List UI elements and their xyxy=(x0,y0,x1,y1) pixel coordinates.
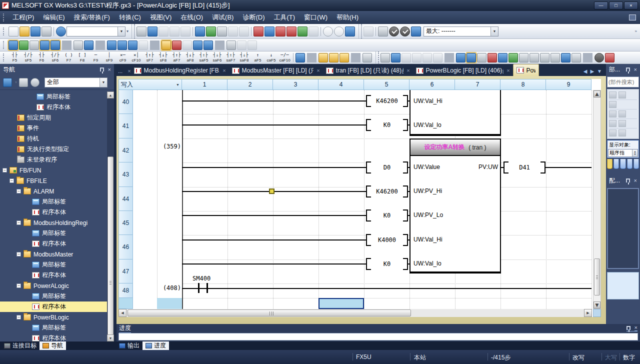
tree-item[interactable]: − PowerBLogic xyxy=(0,312,107,322)
close-icon[interactable]: × xyxy=(316,68,320,74)
operand-cell[interactable]: K46200 xyxy=(366,186,408,198)
ladder-key-button[interactable]: ┤⇓├ saF8 xyxy=(238,52,251,64)
chart-icon[interactable] xyxy=(618,130,626,136)
tree-item[interactable]: 局部标签 xyxy=(0,92,107,102)
align2-icon[interactable] xyxy=(550,53,560,62)
toolbar-overflow-icon[interactable]: » xyxy=(635,29,637,34)
editor-horizontal-scrollbar[interactable]: ◀ ▶ xyxy=(118,309,592,317)
dock-tab-connection[interactable]: 连接目标 xyxy=(1,342,40,350)
tree-item[interactable]: 待机 xyxy=(0,134,107,144)
save-icon[interactable] xyxy=(30,26,40,36)
io-check-icon[interactable] xyxy=(172,40,182,50)
stop-icon[interactable] xyxy=(378,26,388,36)
fb-pin-label[interactable]: UW:PV_Lo xyxy=(414,212,443,218)
tree-item[interactable]: 局部标签 xyxy=(0,260,107,270)
category-tab[interactable] xyxy=(607,159,612,169)
parts-search-input[interactable] xyxy=(607,76,639,88)
ladder-key-button[interactable]: ┤/├ sF5 xyxy=(22,52,35,64)
device-comment-icon[interactable] xyxy=(107,40,116,50)
minimize-button[interactable]: — xyxy=(594,2,608,10)
device-replace-icon[interactable] xyxy=(508,53,518,62)
undo-icon[interactable] xyxy=(170,26,180,36)
selected-cell[interactable] xyxy=(318,298,364,309)
tab-scroll-left-icon[interactable]: ◀ xyxy=(584,68,588,74)
mdi-child-icon[interactable] xyxy=(629,14,636,20)
menu-item[interactable]: 视图(V) xyxy=(146,11,176,24)
paste-special-icon[interactable] xyxy=(239,26,249,36)
remove-part-icon[interactable] xyxy=(618,110,626,118)
sep[interactable] xyxy=(351,53,360,62)
shift-right-icon[interactable] xyxy=(530,53,539,62)
menu-item[interactable]: 搜索/替换(F) xyxy=(70,11,114,24)
dock-tab-output[interactable]: 输出 xyxy=(116,342,142,350)
sep[interactable] xyxy=(192,27,193,36)
tree-collapse-icon[interactable] xyxy=(456,53,466,62)
new-folder-icon[interactable] xyxy=(618,120,626,127)
find-next-icon[interactable] xyxy=(618,92,626,98)
delete-icon[interactable] xyxy=(609,130,616,136)
tree-collapse-icon[interactable] xyxy=(19,78,28,87)
read-plc-icon[interactable] xyxy=(264,26,274,36)
tab-modbusmaster[interactable]: ModbusMaster [FB] [LD] (只... × xyxy=(229,65,323,76)
expander-icon[interactable]: − xyxy=(16,252,21,256)
dock-tab-navigation[interactable]: 导航 xyxy=(40,342,66,350)
row-number-cell[interactable]: 41 xyxy=(118,114,133,138)
compare-icon[interactable] xyxy=(340,53,349,62)
tree-expand-icon[interactable] xyxy=(466,53,476,62)
doc-find-icon[interactable] xyxy=(402,53,411,62)
tab-overflow-stub[interactable]: ... xyxy=(117,68,124,76)
close-icon[interactable]: × xyxy=(634,67,637,72)
ladder-key-button[interactable]: ┤⇓├ saF6 xyxy=(210,52,224,64)
align-icon[interactable] xyxy=(540,53,550,62)
monitor-start-icon[interactable] xyxy=(298,26,308,36)
delete-row-icon[interactable] xyxy=(433,53,442,62)
row-number-cell[interactable]: 43 xyxy=(118,162,133,187)
list-back-icon[interactable] xyxy=(572,53,581,62)
tree-item[interactable]: 恒定周期 xyxy=(0,112,107,123)
verify-icon[interactable] xyxy=(276,26,286,36)
tree-item[interactable]: − FBFILE xyxy=(0,176,107,186)
row-number-cell[interactable]: 45 xyxy=(118,211,133,235)
paste-link-icon[interactable] xyxy=(228,26,238,36)
ladder-key-button[interactable]: ┤/├ sF6 xyxy=(48,52,62,64)
operand-cell[interactable]: K4000 xyxy=(366,234,408,246)
shift-left-icon[interactable] xyxy=(519,53,528,62)
memo-icon[interactable] xyxy=(226,40,236,50)
cut-icon[interactable] xyxy=(136,26,146,36)
fb-block-header[interactable]: 设定功率A转换 ( tran ) xyxy=(410,138,501,156)
tree-item[interactable]: − ModbusHoldingRegi xyxy=(0,218,107,228)
pin-icon[interactable] xyxy=(626,178,630,182)
sep[interactable] xyxy=(583,53,592,62)
ladder-search-icon[interactable] xyxy=(477,53,486,62)
verify2-icon[interactable] xyxy=(286,26,296,36)
profile-icon[interactable] xyxy=(248,40,257,50)
device-tree-icon[interactable] xyxy=(128,40,138,50)
gear-icon[interactable] xyxy=(30,78,40,87)
sep[interactable] xyxy=(376,27,376,36)
close-icon[interactable]: × xyxy=(222,68,226,74)
tree-filter-combo[interactable]: 全部 ▼ xyxy=(44,78,108,88)
expander-icon[interactable]: − xyxy=(16,284,21,288)
scroll-up-icon[interactable]: ▲ xyxy=(107,92,114,98)
tree-item[interactable]: 未登录程序 xyxy=(0,154,107,165)
row-number-cell[interactable] xyxy=(118,298,133,309)
tree-item[interactable]: 事件 xyxy=(0,123,107,134)
sep[interactable] xyxy=(96,40,105,50)
print-icon[interactable] xyxy=(42,26,52,36)
help-icon[interactable] xyxy=(56,26,66,36)
ladder-key-button[interactable]: ×│ cF10 xyxy=(130,52,143,64)
new-file-icon[interactable] xyxy=(8,26,18,36)
favorite-icon[interactable] xyxy=(609,120,616,127)
parts-table-icon[interactable] xyxy=(609,101,616,108)
tree-item[interactable]: − ALARM xyxy=(0,186,107,196)
ladder-key-button[interactable]: ( ) F7 xyxy=(62,52,76,64)
menu-item[interactable]: 工具(T) xyxy=(269,11,300,24)
scroll-right-icon[interactable]: ▶ xyxy=(584,309,592,317)
maximize-button[interactable]: □ xyxy=(609,2,623,10)
tab-poweralogic-active[interactable]: Pow × xyxy=(513,64,539,76)
close-icon[interactable]: × xyxy=(506,68,510,74)
menu-item[interactable]: 诊断(D) xyxy=(238,11,269,24)
ladder-key-button[interactable]: ┤↑├ aF7 xyxy=(170,52,184,64)
device-monitor-icon[interactable] xyxy=(206,26,216,36)
doc-find2-icon[interactable] xyxy=(412,53,422,62)
